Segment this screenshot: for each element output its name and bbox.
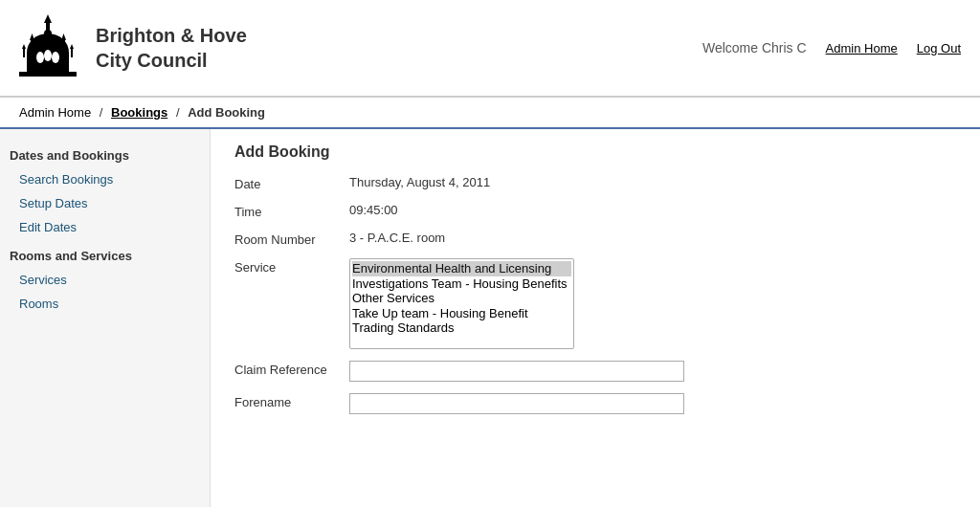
main-layout: Dates and Bookings Search Bookings Setup…	[0, 129, 980, 507]
sidebar-item-rooms[interactable]: Rooms	[0, 292, 210, 316]
breadcrumb-sep1: /	[100, 105, 103, 120]
room-label: Room Number	[234, 231, 349, 247]
svg-point-15	[44, 50, 52, 61]
room-value: 3 - P.A.C.E. room	[349, 231, 956, 245]
claim-ref-input[interactable]	[349, 361, 684, 382]
sidebar-section-rooms: Rooms and Services	[0, 239, 210, 268]
header-nav: Welcome Chris C Admin Home Log Out	[702, 40, 961, 55]
svg-marker-9	[61, 33, 66, 40]
time-value: 09:45:00	[349, 203, 956, 217]
council-logo-icon	[10, 10, 86, 86]
svg-marker-4	[44, 14, 52, 23]
sidebar-item-edit-dates[interactable]: Edit Dates	[0, 215, 210, 239]
breadcrumb-bookings[interactable]: Bookings	[111, 105, 167, 120]
logo-area: Brighton & HoveCity Council	[10, 10, 247, 86]
breadcrumb-current: Add Booking	[188, 105, 265, 120]
page-title: Add Booking	[234, 143, 956, 161]
forename-label: Forename	[234, 393, 349, 409]
welcome-text: Welcome Chris C	[702, 40, 807, 55]
breadcrumb: Admin Home / Bookings / Add Booking	[0, 98, 980, 129]
claim-ref-value	[349, 361, 956, 382]
date-label: Date	[234, 175, 349, 191]
date-value: Thursday, August 4, 2011	[349, 175, 956, 189]
claim-ref-label: Claim Reference	[234, 361, 349, 377]
svg-rect-0	[19, 72, 77, 77]
svg-rect-6	[31, 38, 33, 53]
svg-marker-11	[22, 44, 26, 49]
form-row-service: Service Environmental Health and Licensi…	[234, 258, 956, 349]
content-area: Add Booking Date Thursday, August 4, 201…	[211, 129, 980, 507]
sidebar-item-search-bookings[interactable]: Search Bookings	[0, 167, 210, 191]
svg-rect-12	[71, 48, 73, 57]
admin-home-link[interactable]: Admin Home	[826, 41, 898, 55]
sidebar: Dates and Bookings Search Bookings Setup…	[0, 129, 211, 507]
svg-point-16	[52, 52, 59, 63]
page-header: Brighton & HoveCity Council Welcome Chri…	[0, 0, 980, 98]
org-name: Brighton & HoveCity Council	[96, 23, 247, 73]
form-row-time: Time 09:45:00	[234, 203, 956, 219]
breadcrumb-sep2: /	[176, 105, 180, 120]
svg-rect-10	[23, 48, 25, 57]
svg-point-5	[44, 30, 52, 37]
svg-rect-8	[62, 38, 65, 53]
time-label: Time	[234, 203, 349, 219]
forename-value	[349, 393, 956, 414]
sidebar-item-services[interactable]: Services	[0, 268, 210, 292]
form-row-date: Date Thursday, August 4, 2011	[234, 175, 956, 191]
svg-marker-13	[70, 44, 74, 49]
form-row-forename: Forename	[234, 393, 956, 414]
breadcrumb-admin-home[interactable]: Admin Home	[19, 105, 91, 120]
service-select[interactable]: Environmental Health and LicensingInvest…	[349, 258, 574, 349]
service-label: Service	[234, 258, 349, 275]
sidebar-section-dates: Dates and Bookings	[0, 139, 210, 167]
svg-marker-7	[30, 33, 34, 40]
forename-input[interactable]	[349, 393, 684, 414]
svg-point-14	[36, 52, 44, 63]
service-value: Environmental Health and LicensingInvest…	[349, 258, 956, 349]
form-row-claim-ref: Claim Reference	[234, 361, 956, 382]
logout-link[interactable]: Log Out	[917, 41, 961, 55]
form-row-room: Room Number 3 - P.A.C.E. room	[234, 231, 956, 247]
sidebar-item-setup-dates[interactable]: Setup Dates	[0, 191, 210, 215]
